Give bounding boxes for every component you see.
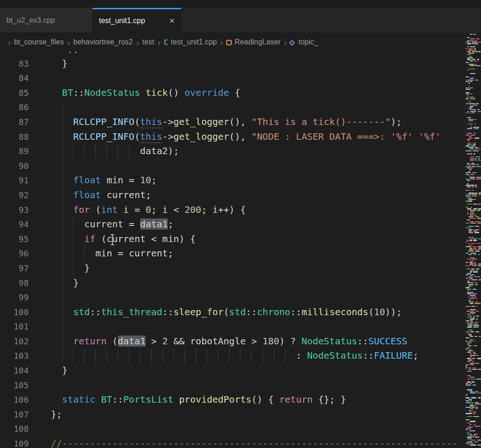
minimap-line (470, 158, 474, 159)
code-token: current; (101, 189, 151, 200)
line-content: }; (29, 407, 465, 422)
code-token: i = (118, 204, 146, 215)
indent-guide (62, 115, 62, 130)
indent-guide (129, 348, 130, 363)
minimap-line (474, 215, 477, 216)
minimap-line (470, 156, 475, 157)
code-token: 0 (146, 204, 151, 215)
minimap-line (477, 358, 481, 359)
minimap-line (472, 361, 475, 362)
minimap-line (466, 400, 469, 401)
line-content: RCLCPP_INFO(this->get_logger(), "NODE : … (29, 130, 465, 144)
minimap-line (477, 276, 480, 277)
breadcrumb-item[interactable]: behaviortree_ros2 (73, 38, 133, 46)
indent-guide (95, 144, 96, 159)
line-content: float current; (29, 188, 465, 203)
minimap-line (466, 87, 467, 88)
minimap-line (470, 73, 475, 74)
minimap-line (474, 50, 476, 50)
code-line: 108 (0, 422, 465, 436)
breadcrumb-item[interactable]: topic_ (290, 38, 318, 46)
breadcrumb-item[interactable]: ReadingLaser (226, 38, 281, 46)
minimap-line (473, 238, 477, 239)
code-token: float (73, 174, 101, 186)
minimap-line (471, 286, 472, 286)
editor-tab[interactable]: test_unit1.cpp× (92, 8, 181, 32)
indent-guide (162, 348, 163, 363)
minimap-line (467, 124, 468, 124)
minimap-line (475, 80, 478, 81)
minimap-line (467, 70, 469, 71)
minimap-line (473, 150, 479, 151)
indent-guide (62, 100, 62, 115)
code-token: :: (357, 336, 368, 347)
minimap-line (470, 109, 471, 110)
minimap-line (476, 38, 480, 39)
minimap-line (476, 298, 477, 299)
code-token: ( (106, 336, 117, 347)
minimap-line (476, 318, 478, 319)
minimap-line (477, 440, 481, 441)
minimap-line (470, 106, 473, 107)
minimap-line (470, 318, 475, 319)
minimap-line (472, 426, 473, 427)
minimap-line (467, 144, 471, 145)
minimap-line (472, 42, 477, 43)
minimap-line (478, 238, 481, 239)
code-token: (current < min) { (95, 233, 196, 244)
minimap-line (478, 265, 481, 266)
minimap-line (473, 240, 477, 241)
chevron-right-icon: › (5, 38, 14, 47)
line-number: 89 (0, 144, 29, 159)
minimap-line (470, 263, 473, 264)
minimap-line (467, 438, 472, 439)
minimap-line (466, 278, 468, 279)
line-number: 85 (0, 86, 29, 100)
code-token: this (140, 131, 162, 143)
indent-guide (62, 290, 62, 305)
code-editor[interactable]: 82 ");83 }8485 BT::NodeStatus tick() ove… (0, 52, 481, 448)
minimap-line (474, 282, 478, 283)
minimap-line (466, 246, 471, 247)
code-token: {}; } (313, 394, 346, 405)
breadcrumb-label: test (142, 38, 154, 46)
minimap-line (469, 50, 473, 50)
minimap-line (471, 306, 475, 307)
minimap-line (473, 424, 476, 425)
code-token (51, 87, 62, 98)
minimap-line (469, 278, 473, 279)
code-line: 89 data2); (0, 144, 465, 159)
minimap-line (475, 185, 477, 186)
breadcrumb-item[interactable]: Ctest_unit1.cpp (164, 38, 217, 47)
breadcrumb-item[interactable]: bt_course_files (14, 38, 64, 46)
minimap-line (470, 392, 475, 393)
line-number: 90 (0, 159, 29, 174)
indent-guide (251, 348, 252, 363)
minimap-line (478, 158, 480, 159)
minimap-line (467, 164, 471, 165)
code-line: 84 (0, 71, 465, 86)
code-line: 87 RCLCPP_INFO(this->get_logger(), "This… (0, 115, 465, 130)
minimap-line (470, 411, 471, 412)
editor-tab[interactable]: bt_u2_ex3.cpp (0, 8, 92, 32)
minimap-line (473, 345, 475, 346)
minimap-line (467, 290, 469, 291)
line-number: 109 (0, 436, 29, 448)
code-token: milliseconds (302, 306, 369, 317)
line-number: 108 (0, 422, 29, 436)
minimap-line (468, 80, 474, 81)
line-number: 84 (0, 71, 29, 86)
minimap-line (471, 397, 477, 398)
close-tab-icon[interactable]: × (169, 16, 174, 26)
breadcrumb-item[interactable]: test (142, 38, 154, 46)
code-line: 88 RCLCPP_INFO(this->get_logger(), "NODE… (0, 130, 465, 144)
line-number: 105 (0, 378, 29, 393)
minimap-line (467, 326, 472, 327)
minimap-line (476, 164, 479, 165)
indent-guide (62, 130, 62, 144)
minimap-line (474, 416, 479, 417)
chevron-right-icon: › (64, 38, 73, 47)
minimap[interactable] (465, 32, 481, 448)
minimap-line (466, 194, 471, 195)
minimap-line (467, 208, 471, 209)
